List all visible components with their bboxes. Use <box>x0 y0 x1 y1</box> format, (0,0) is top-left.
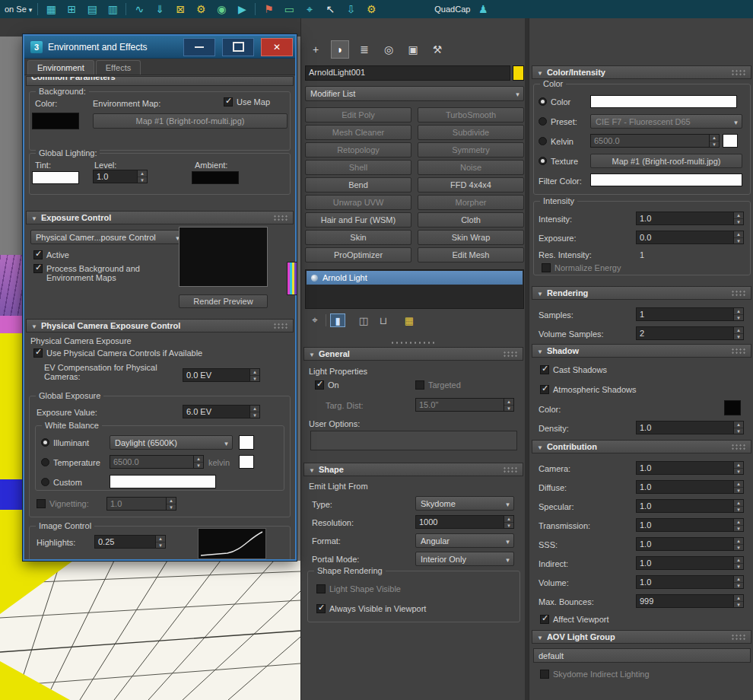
common-parameters-rollout[interactable]: Common Parameters <box>26 76 294 86</box>
spinner-arrows-icon[interactable] <box>733 327 743 339</box>
spinner-arrows-icon[interactable] <box>733 231 743 243</box>
illuminant-radio[interactable]: Illuminant <box>41 438 89 447</box>
remove-modifier-icon[interactable]: ⊔ <box>376 313 391 327</box>
kelvin-color-swatch[interactable] <box>723 134 738 148</box>
temperature-color-swatch[interactable] <box>239 455 254 469</box>
display-tab-icon[interactable]: ▣ <box>405 41 421 58</box>
modifier-button-edit-poly[interactable]: Edit Poly <box>305 107 411 123</box>
color-swatch[interactable] <box>590 95 737 108</box>
spinner-arrows-icon[interactable] <box>733 212 743 224</box>
object-name-field[interactable]: ArnoldLight001 <box>305 65 510 81</box>
import-icon[interactable]: ⇓ <box>152 2 167 17</box>
gears-icon[interactable]: ⚙ <box>364 2 379 17</box>
tab-effects[interactable]: Effects <box>96 60 141 75</box>
curve-editor-icon[interactable]: ∿ <box>132 2 147 17</box>
spinner-arrows-icon[interactable] <box>733 519 743 531</box>
utilities-tab-icon[interactable]: ⚒ <box>429 41 446 58</box>
spinner-arrows-icon[interactable] <box>155 536 165 548</box>
shadow-color-swatch[interactable] <box>724 400 741 415</box>
camera-spinner[interactable]: 1.0 <box>636 461 744 475</box>
modifier-button-bend[interactable]: Bend <box>305 177 411 192</box>
spinner-arrows-icon[interactable] <box>193 456 203 468</box>
spinner-arrows-icon[interactable] <box>249 369 259 381</box>
temperature-spinner[interactable]: 6500.0 <box>110 455 204 469</box>
spinner-arrows-icon[interactable] <box>137 170 147 183</box>
custom-radio[interactable]: Custom <box>41 478 82 487</box>
configure-modifier-sets-icon[interactable]: ▦ <box>402 313 417 327</box>
monitor-icon[interactable]: ▭ <box>281 2 297 17</box>
make-unique-icon[interactable]: ◫ <box>356 313 371 327</box>
spinner-arrows-icon[interactable] <box>733 422 743 434</box>
spinner-arrows-icon[interactable] <box>733 557 743 569</box>
always-visible-checkbox[interactable]: Always Visible in Viewport <box>316 604 426 613</box>
target-icon[interactable]: ⌖ <box>302 2 317 17</box>
viewport-layout-icon[interactable]: ▦ <box>43 2 59 17</box>
use-physical-controls-checkbox[interactable]: Use Physical Camera Controls if Availabl… <box>33 348 202 358</box>
preset-dropdown[interactable]: CIE F7 - Fluorescent D65 <box>590 114 742 129</box>
modifier-button-skin[interactable]: Skin <box>305 230 411 245</box>
modifier-list-dropdown[interactable]: Modifier List <box>305 86 524 101</box>
environment-map-button[interactable]: Map #1 (Bright-roof-multi.jpg) <box>93 113 288 129</box>
modifier-button-subdivide[interactable]: Subdivide <box>418 125 524 140</box>
vignetting-spinner[interactable]: 1.0 <box>106 497 176 511</box>
filter-color-swatch[interactable] <box>590 173 742 186</box>
texture-map-button[interactable]: Map #1 (Bright-roof-multi.jpg) <box>590 154 742 168</box>
spinner-arrows-icon[interactable] <box>733 462 743 474</box>
play-icon[interactable]: ▶ <box>234 2 249 17</box>
modifier-button-mesh-cleaner[interactable]: Mesh Cleaner <box>305 125 411 140</box>
spinner-arrows-icon[interactable] <box>733 595 743 607</box>
create-tab-icon[interactable]: + <box>307 41 324 58</box>
highlights-spinner[interactable]: 0.25 <box>94 535 166 549</box>
kelvin-radio[interactable]: Kelvin <box>539 137 573 146</box>
quadcap-button[interactable]: QuadCap <box>434 5 470 14</box>
on-checkbox[interactable]: On <box>315 380 339 390</box>
render-preview-button[interactable]: Render Preview <box>179 294 268 308</box>
contribution-rollout[interactable]: Contribution <box>532 440 751 453</box>
modifier-button-hair-and-fur[interactable]: Hair and Fur (WSM) <box>305 212 411 228</box>
color-intensity-rollout[interactable]: Color/Intensity <box>532 65 751 79</box>
modifier-button-symmetry[interactable]: Symmetry <box>418 142 524 158</box>
temperature-radio[interactable]: Temperature <box>41 458 100 467</box>
user-options-input[interactable] <box>310 431 517 450</box>
modifier-stack[interactable]: Arnold Light <box>305 269 524 309</box>
samples-spinner[interactable]: 1 <box>636 307 744 321</box>
sss-spinner[interactable]: 1.0 <box>636 537 744 551</box>
motion-tab-icon[interactable]: ◎ <box>380 41 397 58</box>
modifier-button-turbosmooth[interactable]: TurboSmooth <box>418 107 524 123</box>
volume-spinner[interactable]: 1.0 <box>636 575 744 589</box>
aov-group-input[interactable]: default <box>533 648 751 663</box>
maximize-button[interactable] <box>222 38 254 56</box>
illuminant-dropdown[interactable]: Daylight (6500K) <box>110 435 233 450</box>
spinner-arrows-icon[interactable] <box>709 135 719 147</box>
exposure-control-rollout[interactable]: Exposure Control <box>26 211 294 224</box>
aov-light-group-rollout[interactable]: AOV Light Group <box>532 630 751 644</box>
indirect-spinner[interactable]: 1.0 <box>636 556 744 570</box>
kelvin-spinner[interactable]: 6500.0 <box>590 134 720 148</box>
level-spinner[interactable]: 1.0 <box>93 170 148 183</box>
type-dropdown[interactable]: Skydome <box>415 496 514 511</box>
color-radio[interactable]: Color <box>539 97 570 107</box>
export-icon[interactable]: ⇩ <box>343 2 358 17</box>
active-checkbox[interactable]: Active <box>33 250 69 259</box>
targ-dist-spinner[interactable]: 15.0" <box>415 398 514 412</box>
exposure-spinner[interactable]: 0.0 <box>636 231 744 244</box>
cursor-icon[interactable]: ↖ <box>322 2 338 17</box>
spinner-arrows-icon[interactable] <box>733 538 743 550</box>
specular-spinner[interactable]: 1.0 <box>636 499 744 513</box>
transmission-spinner[interactable]: 1.0 <box>636 518 744 532</box>
vignetting-checkbox[interactable]: Vignetting: <box>37 499 89 508</box>
spinner-arrows-icon[interactable] <box>504 516 513 528</box>
resolution-spinner[interactable]: 1000 <box>415 515 514 529</box>
spinner-arrows-icon[interactable] <box>166 498 176 510</box>
spinner-arrows-icon[interactable] <box>504 399 513 411</box>
modifier-button-unwrap-uvw[interactable]: Unwrap UVW <box>305 195 411 210</box>
flag-icon[interactable]: ⚑ <box>261 2 276 17</box>
portal-mode-dropdown[interactable]: Interior Only <box>415 552 514 566</box>
modifier-button-prooptimizer[interactable]: ProOptimizer <box>305 247 411 262</box>
diffuse-spinner[interactable]: 1.0 <box>636 480 744 494</box>
tab-environment[interactable]: Environment <box>27 60 94 75</box>
illuminant-color-swatch[interactable] <box>239 435 254 450</box>
preset-radio[interactable]: Preset: <box>539 117 577 126</box>
exposure-control-dropdown[interactable]: Physical Camer...posure Control <box>30 230 184 244</box>
physical-camera-rollout[interactable]: Physical Camera Exposure Control <box>26 319 294 332</box>
